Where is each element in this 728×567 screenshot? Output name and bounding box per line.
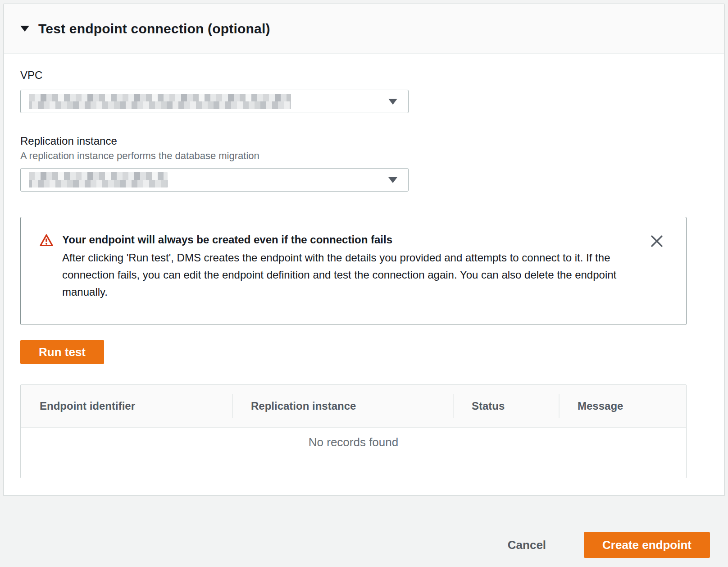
panel-title: Test endpoint connection (optional): [38, 21, 270, 37]
replication-instance-description: A replication instance performs the data…: [20, 150, 686, 162]
footer-actions: Cancel Create endpoint: [508, 532, 710, 558]
warning-triangle-icon: [39, 233, 54, 325]
create-endpoint-button[interactable]: Create endpoint: [584, 532, 710, 558]
panel-header[interactable]: Test endpoint connection (optional): [4, 4, 724, 54]
vpc-select[interactable]: [20, 90, 409, 113]
connection-results-table: Endpoint identifier Replication instance…: [20, 384, 687, 478]
vpc-label: VPC: [20, 69, 686, 82]
cancel-button[interactable]: Cancel: [508, 538, 546, 552]
warning-title: Your endpoint will always be created eve…: [62, 231, 645, 249]
warning-text: Your endpoint will always be created eve…: [62, 231, 645, 325]
replication-instance-selected-value-redacted: [29, 172, 168, 187]
page-footer: Cancel Create endpoint: [0, 496, 728, 567]
close-icon[interactable]: [650, 234, 664, 248]
replication-instance-label: Replication instance: [20, 135, 686, 147]
warning-body: After clicking 'Run test', DMS creates t…: [62, 249, 645, 301]
replication-instance-field: Replication instance A replication insta…: [20, 135, 686, 192]
test-endpoint-connection-panel: Test endpoint connection (optional) VPC …: [4, 4, 724, 496]
collapse-caret-icon: [20, 26, 29, 32]
warning-alert: Your endpoint will always be created eve…: [20, 217, 687, 325]
empty-state-message: No records found: [21, 428, 686, 478]
panel-body: VPC Replication instance A replication i…: [4, 54, 724, 478]
dropdown-caret-icon: [388, 177, 397, 183]
vpc-field: VPC: [20, 69, 686, 113]
dropdown-caret-icon: [388, 99, 397, 105]
column-header-message: Message: [559, 400, 686, 412]
column-header-status: Status: [453, 400, 559, 412]
column-header-endpoint-identifier: Endpoint identifier: [21, 400, 232, 412]
table-header-row: Endpoint identifier Replication instance…: [21, 385, 686, 428]
run-test-button[interactable]: Run test: [20, 340, 104, 364]
column-header-replication-instance: Replication instance: [232, 400, 453, 412]
replication-instance-select[interactable]: [20, 168, 409, 192]
vpc-selected-value-redacted: [29, 94, 291, 109]
